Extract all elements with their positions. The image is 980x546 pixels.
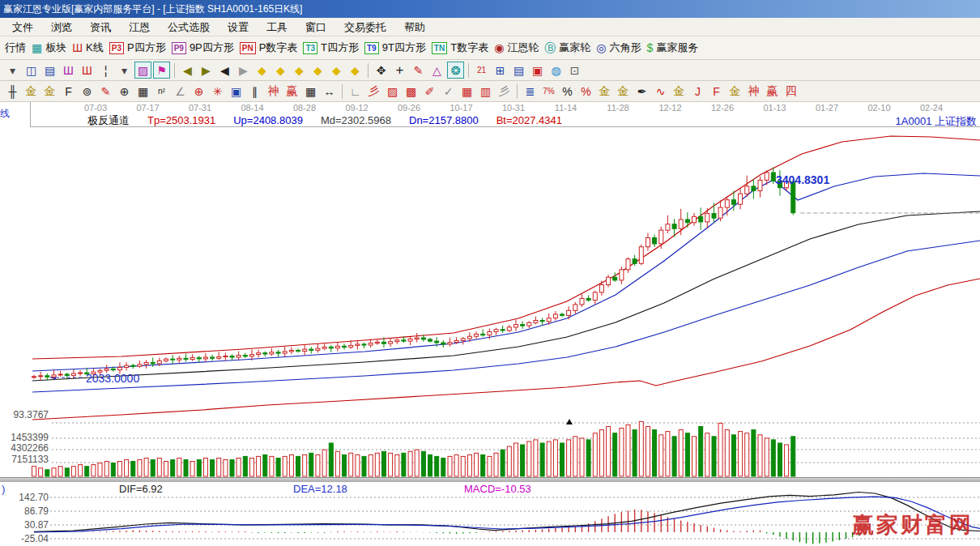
feature-1[interactable]: ▦板块 — [32, 41, 66, 55]
gann-move-right-icon[interactable]: ◆ — [272, 62, 289, 79]
gann-expand-icon[interactable]: ◆ — [309, 62, 326, 79]
web-icon[interactable]: ◍ — [548, 62, 565, 79]
notepad-icon[interactable]: ▤ — [510, 62, 527, 79]
gann-compress-icon[interactable]: ◆ — [291, 62, 308, 79]
info-list-icon[interactable]: ▤ — [41, 62, 58, 79]
target-red-icon[interactable]: ⊕ — [190, 83, 207, 100]
grid-fence-icon[interactable]: ╫ — [4, 83, 21, 100]
angle-lines-icon[interactable]: ∠ — [172, 83, 189, 100]
percent-7-icon[interactable]: 7% — [540, 83, 557, 100]
print-icon[interactable]: ⊡ — [566, 62, 583, 79]
gann-move-left-icon[interactable]: ◆ — [254, 62, 271, 79]
color-flag-icon[interactable]: ⚑ — [153, 62, 170, 79]
gold-line-icon[interactable]: 金 — [615, 83, 632, 100]
feature-2[interactable]: ШK线 — [72, 41, 104, 55]
menu-item-0[interactable]: 文件 — [3, 19, 42, 36]
pane-splitter[interactable] — [0, 477, 980, 482]
dropdown-arrow-icon[interactable]: ▾ — [4, 62, 21, 79]
prev-bar-icon[interactable]: ◀ — [216, 62, 233, 79]
ying-fence-icon[interactable]: 赢 — [283, 83, 300, 100]
stats-bars-icon[interactable]: ≣ — [522, 83, 539, 100]
pen-flag-icon[interactable]: ✒ — [633, 83, 650, 100]
ray-fan-icon[interactable]: 彡 — [365, 83, 382, 100]
box-diag-icon[interactable]: ▨ — [384, 83, 401, 100]
menu-item-2[interactable]: 资讯 — [81, 19, 120, 36]
feature-6[interactable]: T3T四方形 — [303, 41, 359, 55]
j-angle-icon[interactable]: J — [689, 83, 706, 100]
grid-table-icon[interactable]: ▦ — [302, 83, 319, 100]
f-angle-icon[interactable]: F — [708, 83, 725, 100]
red-table-icon[interactable]: ▥ — [477, 83, 494, 100]
gold-grid-1-icon[interactable]: 金 — [23, 83, 40, 100]
candle-dropdown-icon[interactable]: ▾ — [116, 62, 133, 79]
chart-canvas[interactable]: 线 07-0307-1707-3108-1408-2809-1209-2610-… — [0, 102, 980, 546]
menu-item-4[interactable]: 公式选股 — [159, 19, 219, 36]
check-line-icon[interactable]: ✓ — [440, 83, 457, 100]
menu-item-9[interactable]: 帮助 — [395, 19, 434, 36]
feature-8[interactable]: TNT数字表 — [432, 41, 488, 55]
save-icon[interactable]: ▣ — [529, 62, 546, 79]
calendar-icon[interactable]: 21 — [473, 62, 490, 79]
gann-cross-icon[interactable]: ◆ — [328, 62, 345, 79]
feature-5[interactable]: PNP数字表 — [240, 41, 298, 55]
protractor-icon[interactable]: △ — [428, 62, 445, 79]
f-grid-icon[interactable]: F — [60, 83, 77, 100]
feature-3[interactable]: P3P四方形 — [109, 41, 166, 55]
kline-9-icon[interactable]: Ш — [79, 62, 96, 79]
feature-7[interactable]: T99T四方形 — [364, 41, 426, 55]
first-bar-icon[interactable]: ◀ — [179, 62, 196, 79]
calculator-icon[interactable]: ⊞ — [492, 62, 509, 79]
menu-item-6[interactable]: 工具 — [258, 19, 296, 36]
dense-fence-icon[interactable]: ▦ — [134, 83, 151, 100]
chart-window-icon[interactable]: ◫ — [23, 62, 40, 79]
shen-fence-icon[interactable]: 神 — [265, 83, 282, 100]
menu-item-5[interactable]: 设置 — [219, 19, 258, 36]
indicator-value-3: Dn=2157.8800 — [409, 114, 479, 126]
gold-angle-icon[interactable]: 金 — [726, 83, 744, 100]
menu-item-1[interactable]: 浏览 — [42, 19, 81, 36]
crosshair-tool-icon[interactable]: + — [391, 62, 408, 79]
feature-9[interactable]: ◉江恩轮 — [494, 41, 539, 55]
menu-item-8[interactable]: 交易委托 — [335, 19, 395, 36]
last-bar-icon[interactable]: ▶ — [198, 62, 215, 79]
menu-item-3[interactable]: 江恩 — [120, 19, 159, 36]
wave-cross-icon[interactable]: ∿ — [652, 83, 669, 100]
spiral-icon[interactable]: ⊚ — [79, 83, 96, 100]
box-target-icon[interactable]: ▣ — [228, 83, 245, 100]
feature-11[interactable]: ◎六角形 — [596, 41, 641, 55]
circle-cross-icon[interactable]: ⊕ — [116, 83, 133, 100]
box-grid-icon[interactable]: ▩ — [403, 83, 420, 100]
gold-grid-2-icon[interactable]: 金 — [41, 83, 58, 100]
parallel-tool-icon[interactable]: ∥ — [246, 83, 263, 100]
kline-3-icon[interactable]: Ш — [60, 62, 77, 79]
next-bar-icon[interactable]: ▶ — [235, 62, 252, 79]
feature-4[interactable]: P99P四方形 — [172, 41, 234, 55]
red-grid-icon[interactable]: ▦ — [458, 83, 475, 100]
window-titlebar[interactable]: 赢家江恩专业版[赢家内部服务平台] - [上证指数 SH1A0001-165日K… — [0, 0, 980, 18]
si-angle-icon[interactable]: 四 — [782, 83, 799, 100]
gann-full-icon[interactable]: ◆ — [347, 62, 364, 79]
n-square-icon[interactable]: n² — [153, 83, 170, 100]
width-arrow-icon[interactable]: ↔ — [321, 83, 338, 100]
brain-map-icon[interactable]: ❂ — [447, 62, 464, 79]
gold-circle-icon[interactable]: 金 — [596, 83, 613, 100]
shen-angle-icon[interactable]: 神 — [745, 83, 762, 100]
feature-10[interactable]: Ⓑ赢家轮 — [544, 41, 590, 55]
ying-angle-icon[interactable]: 赢 — [764, 83, 781, 100]
menu-item-7[interactable]: 窗口 — [296, 19, 335, 36]
feature-12[interactable]: $赢家服务 — [647, 41, 699, 55]
percent-icon[interactable]: % — [559, 83, 576, 100]
pencil-line-icon[interactable]: ✐ — [421, 83, 438, 100]
kline-style-icon[interactable]: ▨ — [134, 62, 151, 79]
single-candle-icon[interactable]: ¦ — [97, 62, 114, 79]
side-tab-fragment[interactable]: 线 — [0, 107, 11, 122]
radial-icon[interactable]: ✳ — [209, 83, 226, 100]
gold-under-icon[interactable]: 金 — [671, 83, 688, 100]
slant-lines-icon[interactable]: 彡 — [496, 83, 513, 100]
feature-0[interactable]: 行情 — [5, 41, 26, 55]
angle-measure-icon[interactable]: ✎ — [410, 62, 427, 79]
hand-tool-icon[interactable]: ✥ — [373, 62, 390, 79]
angle-pencil-icon[interactable]: ✎ — [97, 83, 114, 100]
percent-line-icon[interactable]: % — [577, 83, 594, 100]
corner-angle-icon[interactable]: ∟ — [347, 83, 364, 100]
